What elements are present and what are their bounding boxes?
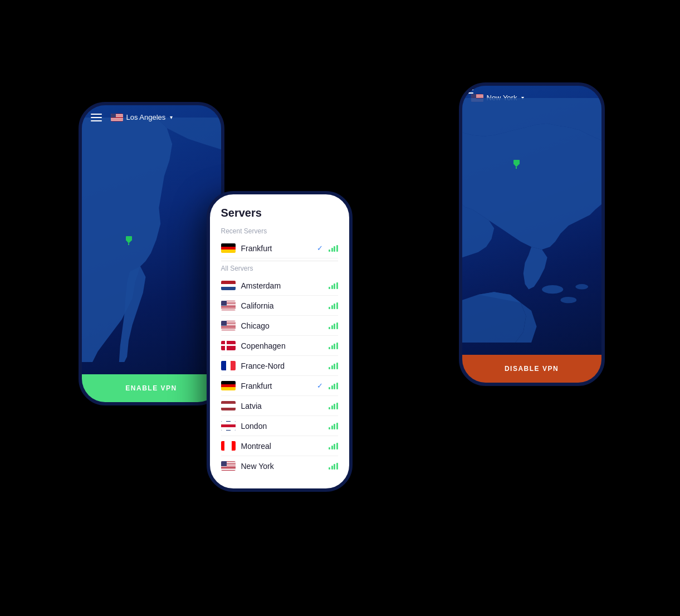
us-flag-left [111, 114, 123, 121]
left-map-svg [82, 105, 221, 374]
signal-bars-frankfurt-all [329, 383, 338, 389]
server-item-frankfurt-all[interactable]: Frankfurt ✓ [221, 376, 338, 396]
server-name-chicago: Chicago [241, 321, 329, 330]
signal-bars-france-nord [329, 363, 338, 369]
phone-left: Los Angeles ▾ [79, 102, 224, 405]
server-name-frankfurt-recent: Frankfurt [241, 244, 314, 253]
disable-vpn-button-right[interactable]: DISABLE VPN [462, 355, 601, 383]
servers-title: Servers [210, 194, 349, 225]
server-name-frankfurt-all: Frankfurt [241, 382, 314, 390]
flag-de-recent [221, 243, 236, 253]
server-name-montreal: Montreal [241, 442, 329, 451]
server-name-california: California [241, 301, 329, 310]
map-pin-right [513, 159, 523, 169]
server-item-london[interactable]: London [221, 416, 338, 436]
check-icon-frankfurt-all: ✓ [317, 382, 323, 390]
svg-rect-0 [126, 236, 132, 241]
server-item-frankfurt-recent[interactable]: Frankfurt ✓ [221, 238, 338, 258]
server-item-latvia[interactable]: Latvia [221, 396, 338, 416]
check-icon-frankfurt-recent: ✓ [317, 244, 323, 252]
server-item-montreal[interactable]: Montreal [221, 436, 338, 456]
server-name-amsterdam: Amsterdam [241, 281, 329, 290]
server-name-france-nord: France-Nord [241, 361, 329, 370]
flag-dk-copenhagen [221, 341, 236, 350]
location-selector-left[interactable]: Los Angeles ▾ [111, 113, 173, 121]
hamburger-menu-icon[interactable] [91, 114, 102, 121]
location-name-left: Los Angeles [126, 113, 166, 121]
signal-bars-montreal [329, 443, 338, 449]
signal-bars-copenhagen [329, 343, 338, 349]
flag-us-new-york [221, 461, 236, 471]
flag-gb-london [221, 421, 236, 431]
flag-us-chicago [221, 321, 236, 330]
flag-nl-amsterdam [221, 281, 236, 290]
enable-vpn-button-left[interactable]: ENABLE VPN [82, 374, 221, 402]
signal-bars-frankfurt-recent [329, 245, 338, 252]
server-item-chicago[interactable]: Chicago [221, 316, 338, 336]
signal-bars-new-york [329, 463, 338, 470]
phone-middle: Servers Recent Servers Frankfurt ✓ All S… [207, 191, 353, 492]
server-item-france-nord[interactable]: France-Nord [221, 356, 338, 376]
svg-point-3 [542, 285, 563, 294]
signal-bars-california [329, 302, 338, 309]
flag-de-all [221, 381, 236, 390]
flag-fr-france-nord [221, 361, 236, 370]
right-map-svg [462, 86, 601, 355]
signal-bars-london [329, 423, 338, 429]
server-name-copenhagen: Copenhagen [241, 341, 329, 350]
server-item-california[interactable]: California [221, 296, 338, 316]
section-divider [221, 261, 338, 261]
all-servers-label: All Servers [221, 265, 338, 272]
left-map-header: Los Angeles ▾ [82, 105, 221, 126]
server-item-new-york[interactable]: New York [221, 456, 338, 476]
svg-marker-1 [126, 240, 132, 243]
flag-us-california [221, 301, 236, 310]
svg-rect-6 [513, 160, 520, 164]
flag-lv-latvia [221, 401, 236, 410]
signal-bars-amsterdam [329, 282, 338, 289]
recent-servers-label: Recent Servers [221, 227, 338, 235]
flag-ca-montreal [221, 441, 236, 451]
svg-point-5 [575, 284, 588, 290]
chevron-down-icon-left: ▾ [170, 114, 173, 120]
server-item-copenhagen[interactable]: Copenhagen [221, 336, 338, 356]
phones-container: Los Angeles ▾ [34, 35, 647, 581]
signal-bars-chicago [329, 322, 338, 329]
servers-list[interactable]: Recent Servers Frankfurt ✓ All Servers [210, 225, 349, 488]
left-map-area: Los Angeles ▾ [82, 105, 221, 374]
signal-bars-latvia [329, 403, 338, 409]
svg-point-4 [560, 297, 576, 303]
server-name-new-york: New York [241, 462, 329, 471]
phone-right: New York ▾ [459, 82, 605, 386]
svg-marker-7 [513, 164, 520, 167]
server-item-amsterdam[interactable]: Amsterdam [221, 276, 338, 296]
map-pin-left [125, 235, 135, 245]
server-name-latvia: Latvia [241, 402, 329, 410]
right-map-area: New York ▾ [462, 86, 601, 355]
server-name-london: London [241, 422, 329, 431]
